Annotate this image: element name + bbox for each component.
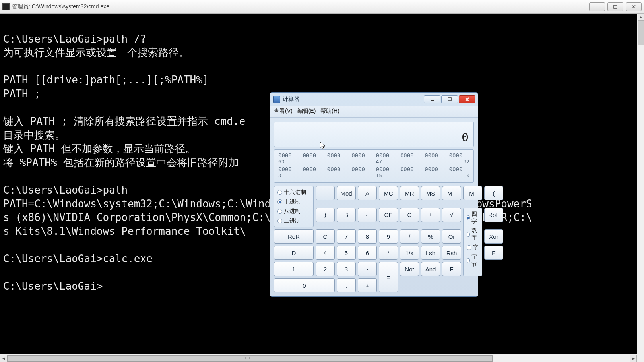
num-8-button[interactable]: 8: [358, 229, 377, 244]
num-9-button[interactable]: 9: [379, 229, 398, 244]
xor-button[interactable]: Xor: [484, 229, 503, 244]
word-radio-word[interactable]: 字: [467, 244, 479, 251]
calculator-window[interactable]: 计算器 查看(V) 编辑(E) 帮助(H) 0 0000000000000000…: [270, 92, 478, 297]
base-radio-hex[interactable]: 十六进制: [277, 189, 310, 196]
cmd-horizontal-scrollbar[interactable]: ◀ ⋮⋮⋮ ▶: [0, 354, 637, 362]
menu-view[interactable]: 查看(V): [274, 108, 293, 115]
radio-dot-icon: [277, 190, 282, 195]
word-size-group: 四字双字字字节: [463, 208, 482, 277]
calculator-app-icon: [273, 96, 280, 103]
hex-f-button[interactable]: F: [442, 262, 461, 276]
base-radio-bin[interactable]: 二进制: [277, 217, 310, 225]
ce-button[interactable]: CE: [379, 208, 398, 222]
lsh-button[interactable]: Lsh: [421, 246, 440, 260]
mplus-button[interactable]: M+: [442, 186, 461, 200]
rol-button[interactable]: RoL: [484, 208, 503, 222]
backspace-button[interactable]: ←: [358, 208, 377, 222]
radio-label: 字: [473, 244, 479, 251]
add-button[interactable]: +: [358, 278, 377, 292]
plusminus-button[interactable]: ±: [421, 208, 440, 222]
bit-index-label: [425, 159, 445, 165]
bit-group: 0000: [327, 152, 347, 159]
percent-button[interactable]: %: [421, 229, 440, 244]
multiply-button[interactable]: *: [379, 246, 398, 260]
number-base-group: 十六进制十进制八进制二进制: [274, 186, 314, 227]
sqrt-button[interactable]: √: [442, 208, 461, 222]
cmd-minimize-button[interactable]: [589, 2, 605, 11]
rsh-button[interactable]: Rsh: [442, 246, 461, 260]
num-2-button[interactable]: 2: [316, 262, 335, 276]
bit-index-label: 0: [449, 172, 469, 178]
hex-c-button[interactable]: C: [316, 229, 335, 244]
calc-display: 0: [274, 122, 474, 147]
ms-button[interactable]: MS: [421, 186, 440, 200]
bit-group: 0000: [425, 166, 445, 172]
calc-titlebar[interactable]: 计算器: [270, 93, 478, 106]
num-3-button[interactable]: 3: [337, 262, 356, 276]
hex-d-button[interactable]: D: [274, 246, 314, 260]
scroll-up-icon[interactable]: ▲: [638, 14, 644, 21]
cmd-maximize-button[interactable]: [607, 2, 623, 11]
radio-label: 双字: [471, 227, 479, 242]
bit-index-label: [303, 172, 323, 178]
num-7-button[interactable]: 7: [337, 229, 356, 244]
or-button[interactable]: Or: [442, 229, 461, 244]
scroll-thumb-h[interactable]: ⋮⋮⋮: [7, 355, 493, 362]
radio-dot-icon: [467, 258, 470, 263]
lparen-button[interactable]: (: [484, 186, 503, 200]
mc-button[interactable]: MC: [379, 186, 398, 200]
num-0-button[interactable]: 0: [274, 278, 335, 292]
hex-e-button[interactable]: E: [484, 246, 503, 260]
cmd-app-icon: [2, 3, 10, 10]
word-radio-byte[interactable]: 字节: [467, 254, 479, 268]
subtract-button[interactable]: -: [358, 262, 377, 276]
equals-button[interactable]: =: [379, 262, 398, 292]
mminus-button[interactable]: M-: [463, 186, 482, 200]
rparen-button[interactable]: ): [316, 208, 335, 222]
hex-b-button[interactable]: B: [337, 208, 356, 222]
radio-dot-icon: [277, 199, 282, 204]
scroll-left-icon[interactable]: ◀: [0, 355, 7, 362]
c-button[interactable]: C: [400, 208, 419, 222]
bit-group: 0000: [278, 152, 299, 159]
radio-label: 字节: [471, 254, 479, 268]
cmd-close-button[interactable]: [626, 2, 642, 11]
not-button[interactable]: Not: [400, 262, 419, 276]
radio-dot-icon: [467, 232, 470, 237]
bit-display: 00000000000000000000000000000000 634732 …: [274, 149, 474, 183]
bit-group: 0000: [400, 166, 421, 172]
divide-button[interactable]: /: [400, 229, 419, 244]
bit-group: 0000: [449, 152, 469, 159]
menu-edit[interactable]: 编辑(E): [297, 108, 316, 115]
word-radio-qword[interactable]: 四字: [467, 211, 479, 225]
svg-rect-5: [448, 98, 451, 101]
ror-button[interactable]: RoR: [274, 229, 314, 244]
scroll-right-icon[interactable]: ▶: [630, 355, 637, 362]
cmd-titlebar[interactable]: 管理员: C:\Windows\system32\cmd.exe: [0, 0, 644, 14]
mr-button[interactable]: MR: [400, 186, 419, 200]
decimal-point-button[interactable]: .: [337, 278, 356, 292]
num-5-button[interactable]: 5: [337, 246, 356, 260]
bit-index-label: 15: [376, 172, 396, 178]
calc-maximize-button[interactable]: [441, 95, 458, 103]
cmd-vertical-scrollbar[interactable]: ▲: [637, 14, 644, 354]
radio-dot-icon: [277, 209, 282, 214]
base-radio-oct[interactable]: 八进制: [277, 208, 310, 215]
reciprocal-button[interactable]: 1/x: [400, 246, 419, 260]
word-radio-dword[interactable]: 双字: [467, 227, 479, 242]
and-button[interactable]: And: [421, 262, 440, 276]
num-1-button[interactable]: 1: [274, 262, 314, 276]
mod-button[interactable]: Mod: [337, 186, 356, 200]
num-6-button[interactable]: 6: [358, 246, 377, 260]
calc-minimize-button[interactable]: [424, 95, 440, 103]
num-4-button[interactable]: 4: [316, 246, 335, 260]
bit-index-label: 47: [376, 159, 396, 165]
bit-group: 0000: [303, 152, 323, 159]
hex-a-button[interactable]: A: [358, 186, 377, 200]
bit-index-label: [327, 159, 347, 165]
menu-help[interactable]: 帮助(H): [320, 108, 339, 115]
base-radio-dec[interactable]: 十进制: [277, 198, 310, 205]
scroll-thumb-v[interactable]: [638, 21, 644, 45]
bit-index-label: 32: [449, 159, 469, 165]
calc-close-button[interactable]: [459, 95, 475, 103]
